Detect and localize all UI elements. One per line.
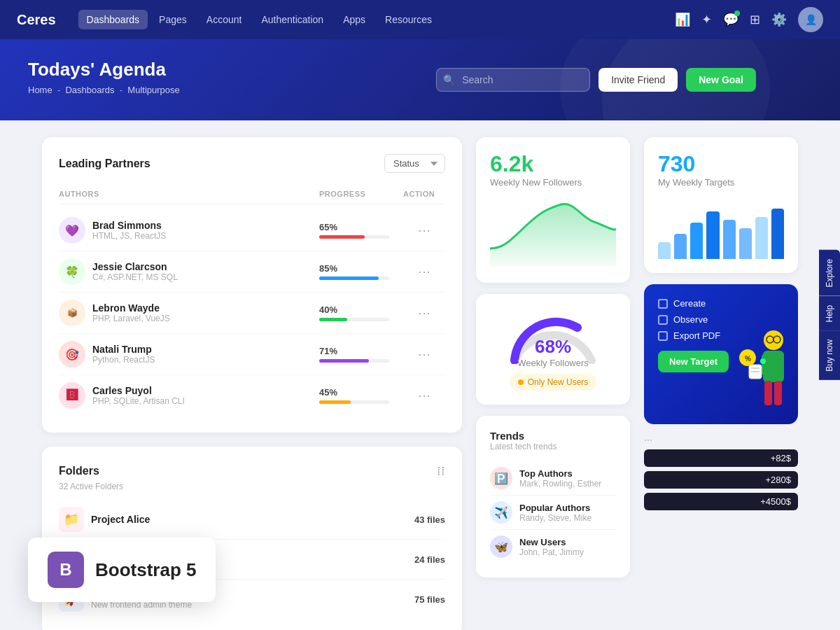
progress-pct: 65%: [319, 222, 403, 232]
list-item: 🦋 New Users John, Pat, Jimmy: [490, 530, 616, 564]
table-row: 💜 Brad Simmons HTML, JS, ReactJS 65% ⋯: [59, 210, 445, 251]
nav-dashboards[interactable]: Dashboards: [78, 10, 148, 29]
progress-pct: 71%: [319, 346, 403, 356]
settings-icon[interactable]: ⚙️: [771, 12, 787, 27]
list-item: ✈️ Popular Authors Randy, Steve, Mike: [490, 496, 616, 530]
table-row: 📦 Lebron Wayde PHP, Laravel, VueJS 40% ⋯: [59, 293, 445, 334]
partner-info: 🍀 Jessie Clarcson C#, ASP.NET, MS SQL: [59, 258, 319, 285]
trends-title: Trends: [490, 430, 616, 442]
partner-skills: Python, ReactJS: [92, 355, 155, 365]
svg-rect-2: [762, 354, 770, 375]
side-tabs: Explore Help Buy now: [819, 250, 840, 380]
bootstrap-overlay: B Bootstrap 5: [28, 538, 216, 602]
partner-name: Carles Puyol: [92, 385, 185, 396]
message-icon[interactable]: 💬: [723, 12, 738, 27]
partners-title: Leading Partners: [59, 158, 150, 170]
folder-files: 43 files: [414, 514, 445, 525]
amount-badge: +280$: [644, 471, 798, 489]
more-button[interactable]: ⋯: [403, 264, 445, 279]
partner-info: 🅱 Carles Puyol PHP, SQLite, Artisan CLI: [59, 382, 319, 409]
right-column: 730 My Weekly Targets Cereate: [644, 137, 798, 630]
partner-skills: PHP, SQLite, Artisan CLI: [92, 396, 185, 406]
col-action: ACTION: [403, 190, 445, 198]
yellow-dot-icon: [518, 379, 524, 385]
folders-header: Folders ⁞⁞: [59, 463, 445, 479]
list-item: 🅿️ Top Authors Mark, Rowling, Esther: [490, 461, 616, 496]
trend-sub: Mark, Rowling, Esther: [519, 479, 601, 489]
progress-bar-fill: [319, 235, 365, 239]
page-header: Todays' Agenda Home - Dashboards - Multi…: [0, 39, 840, 120]
new-users-badge: Only New Users: [510, 374, 597, 391]
folder-files: 75 files: [414, 594, 445, 605]
more-button[interactable]: ⋯: [403, 305, 445, 321]
progress-section: 71%: [319, 346, 403, 363]
trends-subtitle: Latest tech trends: [490, 442, 616, 451]
checkbox-cereate[interactable]: [658, 299, 668, 309]
more-button[interactable]: ⋯: [403, 223, 445, 238]
more-button[interactable]: ⋯: [403, 388, 445, 403]
partner-name: Natali Trump: [92, 344, 155, 355]
progress-pct: 40%: [319, 304, 403, 315]
progress-section: 85%: [319, 263, 403, 280]
partner-info: 📦 Lebron Wayde PHP, Laravel, VueJS: [59, 300, 319, 326]
progress-bar-fill: [319, 276, 379, 280]
navbar: Ceres Dashboards Pages Account Authentic…: [0, 0, 840, 39]
side-tab-buynow[interactable]: Buy now: [819, 330, 840, 380]
invite-friend-button[interactable]: Invite Friend: [598, 68, 678, 92]
avatar[interactable]: 👤: [798, 7, 823, 32]
gauge-wrap: 68% Weekly Followers Only New Users: [490, 308, 616, 391]
promo-label: Observe: [673, 314, 708, 325]
progress-bar-bg: [319, 318, 389, 321]
trend-icon: 🅿️: [490, 467, 512, 489]
partner-name: Lebron Wayde: [92, 302, 170, 314]
new-goal-button[interactable]: New Goal: [686, 68, 756, 92]
folder-icon: 📁: [59, 507, 84, 532]
promo-label: Cereate: [673, 298, 706, 309]
checkbox-observe[interactable]: [658, 315, 668, 325]
targets-num: 730: [658, 151, 784, 177]
grid-icon[interactable]: ⊞: [750, 12, 760, 27]
progress-bar-fill: [319, 318, 347, 321]
side-tab-help[interactable]: Help: [819, 295, 840, 330]
progress-bar-bg: [319, 235, 389, 239]
partner-skills: C#, ASP.NET, MS SQL: [92, 272, 178, 282]
trend-sub: Randy, Steve, Mike: [519, 513, 592, 523]
folder-info: 📁 Project Alice: [59, 507, 150, 532]
nav-pages[interactable]: Pages: [150, 10, 195, 29]
brand-logo: Ceres: [17, 12, 56, 28]
trend-icon: 🦋: [490, 536, 512, 558]
nav-resources[interactable]: Resources: [377, 10, 440, 29]
avatar: 🎯: [59, 341, 85, 368]
table-row: 🎯 Natali Trump Python, ReactJS 71% ⋯: [59, 334, 445, 375]
search-input[interactable]: [436, 68, 590, 92]
trend-name: Popular Authors: [519, 503, 592, 513]
trends-card: Trends Latest tech trends 🅿️ Top Authors…: [476, 416, 630, 578]
promo-card: Cereate Observe Export PDF New Target: [644, 284, 798, 424]
promo-illustration: %: [728, 326, 791, 417]
checkbox-export[interactable]: [658, 331, 668, 341]
col-authors: AUTHORS: [59, 190, 319, 198]
bootstrap-icon: B: [48, 552, 84, 588]
side-tab-explore[interactable]: Explore: [819, 250, 840, 296]
progress-bar-fill: [319, 359, 369, 363]
more-button[interactable]: ⋯: [403, 346, 445, 362]
table-header: AUTHORS PROGRESS ACTION: [59, 184, 445, 204]
progress-section: 40%: [319, 304, 403, 321]
middle-column: 6.2k Weekly New Followers: [476, 137, 630, 630]
sparkle-icon[interactable]: ✦: [701, 12, 712, 27]
progress-bar-bg: [319, 276, 389, 280]
chart-icon[interactable]: 📊: [675, 12, 690, 27]
table-row: 🍀 Jessie Clarcson C#, ASP.NET, MS SQL 85…: [59, 251, 445, 293]
amount-row: ⋯: [644, 435, 798, 445]
partners-header: Leading Partners Status Active Inactive: [59, 154, 445, 173]
nav-account[interactable]: Account: [198, 10, 251, 29]
new-target-button[interactable]: New Target: [658, 351, 729, 372]
grid-dots-icon[interactable]: ⁞⁞: [437, 463, 445, 479]
amount-dot: ⋯: [644, 435, 652, 445]
status-dropdown[interactable]: Status Active Inactive: [384, 154, 445, 173]
gauge-pct: 68%: [535, 336, 571, 358]
nav-apps[interactable]: Apps: [335, 10, 374, 29]
nav-authentication[interactable]: Authentication: [253, 10, 332, 29]
partner-info: 💜 Brad Simmons HTML, JS, ReactJS: [59, 217, 319, 244]
search-icon: 🔍: [443, 74, 455, 85]
